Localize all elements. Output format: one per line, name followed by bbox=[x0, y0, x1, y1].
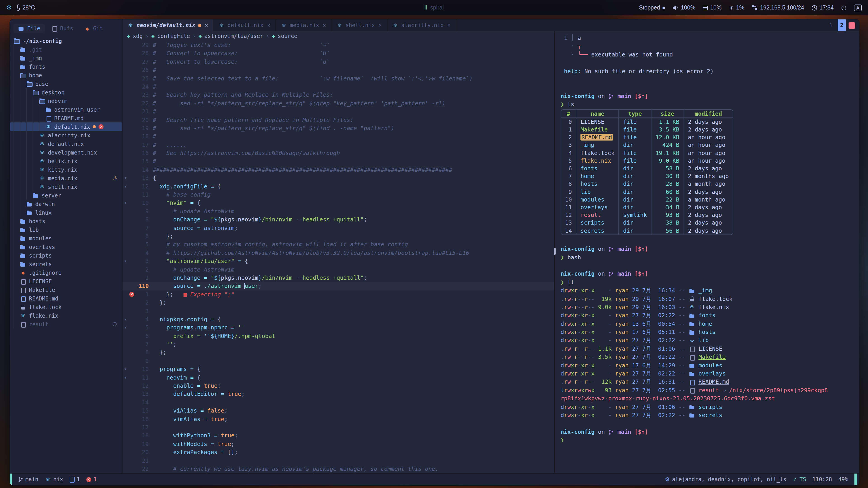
code-line[interactable]: 13 defaultEditor = true; bbox=[123, 390, 554, 398]
code-line[interactable]: 18# bbox=[123, 133, 554, 141]
buffer-tab-media.nix[interactable]: media.nix× bbox=[276, 20, 332, 31]
code-line[interactable]: 22 # currently we use lazy.nvim as neovi… bbox=[123, 465, 554, 473]
tree-item-media.nix[interactable]: media.nix⚠ bbox=[10, 174, 122, 183]
code-line[interactable]: 26# bbox=[123, 66, 554, 74]
close-icon[interactable]: × bbox=[205, 22, 208, 29]
tree-item-helix.nix[interactable]: helix.nix bbox=[10, 157, 122, 165]
code-line[interactable]: ▾5 programs.npm.npmrc = '' bbox=[123, 324, 554, 332]
code-line[interactable]: 19 withNodeJs = true; bbox=[123, 440, 554, 449]
code-line[interactable]: 16# See https://astronvim.com/Basic%20Us… bbox=[123, 149, 554, 158]
tree-item-server[interactable]: server bbox=[10, 191, 122, 200]
breadcrumb-item[interactable]: astronvim/lua/user bbox=[204, 33, 263, 39]
code-line[interactable]: 3 bbox=[123, 307, 554, 315]
code-line[interactable]: 2 }; bbox=[123, 299, 554, 307]
code-line[interactable]: ▾4 nixpkgs.config = { bbox=[123, 315, 554, 324]
buffer-tab-neovim/default.nix[interactable]: neovim/default.nix× bbox=[123, 20, 214, 31]
code-line[interactable]: 28# Convert to uppercase: `U` bbox=[123, 50, 554, 58]
code-line[interactable]: 22# sed -ri "s/pattern_str/replace_str/g… bbox=[123, 99, 554, 107]
tree-item-flake.nix[interactable]: flake.nix bbox=[10, 311, 122, 320]
code-line[interactable]: 6 }; bbox=[123, 232, 554, 240]
code-line[interactable]: 25# Save the selected text to a file: `:… bbox=[123, 74, 554, 83]
tree-item-.gitignore[interactable]: .gitignore bbox=[10, 268, 122, 277]
tree-item-astronvim_user[interactable]: astronvim_user bbox=[10, 105, 122, 114]
tree-item-linux[interactable]: linux bbox=[10, 208, 122, 217]
tab-page-1[interactable]: 1 bbox=[827, 20, 835, 31]
tree-item-.git[interactable]: .git bbox=[10, 45, 122, 54]
code-line[interactable]: ▾12 xdg.configFile = { bbox=[123, 182, 554, 191]
pause-icon[interactable]: ‖ bbox=[424, 4, 427, 11]
code-line[interactable]: 20# Search file name pattern and Replace… bbox=[123, 116, 554, 124]
code-line[interactable]: ▾10 "nvim" = { bbox=[123, 199, 554, 207]
tab-page-2[interactable]: 2 bbox=[838, 20, 846, 31]
code-line[interactable]: 7 ''; bbox=[123, 340, 554, 349]
tree-item-shell.nix[interactable]: shell.nix bbox=[10, 183, 122, 191]
sidebar-source-Git[interactable]: Git bbox=[80, 24, 107, 33]
code-line[interactable]: 8 onChange = "${pkgs.neovim}/bin/nvim --… bbox=[123, 216, 554, 224]
buffer-tab-alacritty.nix[interactable]: alacritty.nix× bbox=[387, 20, 456, 31]
close-icon[interactable]: × bbox=[379, 22, 382, 29]
code-line[interactable]: 7 source = astronvim; bbox=[123, 224, 554, 232]
code-line[interactable]: 14 bbox=[123, 398, 554, 407]
code-line[interactable]: 17# ...... bbox=[123, 141, 554, 149]
code-line[interactable]: 19# sed -ri "s/pattern_str/replace_str/g… bbox=[123, 124, 554, 133]
tree-item-modules[interactable]: modules bbox=[10, 234, 122, 242]
close-icon[interactable]: × bbox=[447, 22, 451, 29]
code-line[interactable]: 27# Convert to lowercase: `u` bbox=[123, 58, 554, 66]
code-line[interactable]: 8 }; bbox=[123, 349, 554, 357]
breadcrumb-item[interactable]: source bbox=[278, 33, 298, 39]
tree-item-LICENSE[interactable]: LICENSE bbox=[10, 277, 122, 286]
close-window-button[interactable] bbox=[848, 22, 855, 29]
tree-item-scripts[interactable]: scripts bbox=[10, 251, 122, 260]
tree-item-overlays[interactable]: overlays bbox=[10, 242, 122, 251]
tree-item-README.md[interactable]: README.md bbox=[10, 114, 122, 123]
sidebar-source-File[interactable]: File bbox=[13, 24, 45, 33]
code-line[interactable]: ▾11 neovim = { bbox=[123, 373, 554, 382]
code-line[interactable]: 20 extraPackages = []; bbox=[123, 448, 554, 457]
code-line[interactable]: 23# Search key pattern and Replace in Mu… bbox=[123, 91, 554, 99]
tree-item-default.nix[interactable]: default.nix bbox=[10, 140, 122, 148]
code-line[interactable]: 29# Toggle text's case: `~` bbox=[123, 41, 554, 50]
code-line[interactable]: 15# bbox=[123, 158, 554, 166]
code-line[interactable]: 5 # my cusotom astronvim config, astronv… bbox=[123, 240, 554, 249]
split-separator[interactable] bbox=[554, 31, 555, 473]
stop-icon[interactable]: ■ bbox=[662, 5, 665, 10]
breadcrumb-item[interactable]: configFile bbox=[157, 33, 190, 39]
code-line[interactable]: 1 onChange = "${pkgs.neovim}/bin/nvim --… bbox=[123, 274, 554, 282]
tree-item-result[interactable]: result bbox=[10, 320, 122, 328]
terminal-pane[interactable]: 1 │ a · ┬ · ╰── executable was not found… bbox=[555, 31, 859, 473]
tree-item-kitty.nix[interactable]: kitty.nix bbox=[10, 165, 122, 174]
code-line[interactable]: 9 # update AstroNvim bbox=[123, 207, 554, 216]
code-line[interactable]: 17 bbox=[123, 423, 554, 432]
power-icon[interactable] bbox=[841, 5, 847, 11]
close-icon[interactable]: × bbox=[267, 22, 270, 29]
tree-item-development.nix[interactable]: development.nix bbox=[10, 148, 122, 157]
volume-widget[interactable]: 100% bbox=[672, 4, 695, 11]
code-line[interactable]: ×1 }; ■ Expecting ";" bbox=[123, 290, 554, 299]
tree-item-fonts[interactable]: fonts bbox=[10, 62, 122, 71]
git-branch-widget[interactable]: main bbox=[18, 476, 38, 483]
tree-item-lib[interactable]: lib bbox=[10, 225, 122, 234]
close-icon[interactable]: × bbox=[323, 22, 326, 29]
tree-item-neovim[interactable]: neovim bbox=[10, 97, 122, 105]
network-widget[interactable]: 192.168.5.100/24 bbox=[752, 4, 804, 11]
code-line[interactable]: ▾10 programs = { bbox=[123, 365, 554, 373]
tree-item-home[interactable]: home bbox=[10, 71, 122, 79]
tree-item-desktop[interactable]: desktop bbox=[10, 88, 122, 97]
tree-item-base[interactable]: base bbox=[10, 79, 122, 88]
code-area[interactable]: 29# Toggle text's case: `~` 28# Convert … bbox=[123, 41, 554, 473]
tree-item-Makefile[interactable]: Makefile bbox=[10, 286, 122, 294]
code-line[interactable]: ▾3 "astronvim/lua/user" = { bbox=[123, 257, 554, 265]
code-line[interactable]: 11 # base config bbox=[123, 191, 554, 199]
code-line[interactable]: 16 vimAlias = true; bbox=[123, 415, 554, 423]
breadcrumb-item[interactable]: xdg bbox=[133, 33, 143, 39]
code-line[interactable]: 15 viAlias = false; bbox=[123, 407, 554, 415]
tree-item-flake.lock[interactable]: flake.lock bbox=[10, 303, 122, 311]
code-line[interactable]: ▾13{ bbox=[123, 174, 554, 183]
code-line[interactable]: 9 bbox=[123, 357, 554, 365]
code-line[interactable]: 12 enable = true; bbox=[123, 382, 554, 390]
editor-pane[interactable]: ◆xdg›◆configFile›◆astronvim/lua/user›◆so… bbox=[123, 31, 554, 473]
tree-item-~/nix-config[interactable]: ~/nix-config bbox=[10, 37, 122, 45]
nixos-logo-icon[interactable]: ❄ bbox=[6, 4, 12, 12]
code-line[interactable]: 2 # update AstroNvim bbox=[123, 265, 554, 274]
tree-item-hosts[interactable]: hosts bbox=[10, 217, 122, 225]
